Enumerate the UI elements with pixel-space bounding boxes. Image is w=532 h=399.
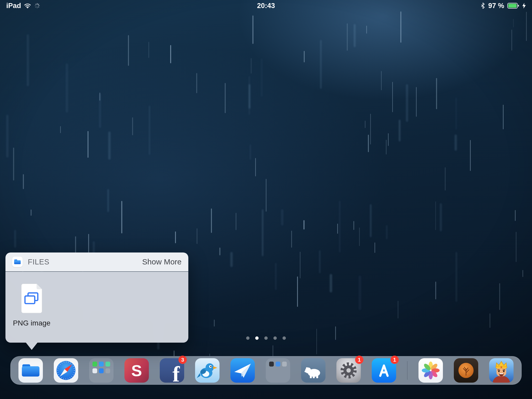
bear-app-icon[interactable]: [301, 358, 325, 383]
notification-badge: 1: [390, 356, 399, 364]
polar-bear-icon: [301, 358, 325, 383]
ipad-home-screen: 20:43 iPad: [0, 0, 532, 399]
twitterrific-app-icon[interactable]: [195, 358, 220, 383]
clash-royale-app-icon[interactable]: [489, 358, 514, 383]
page-dot: [255, 336, 259, 340]
page-dots: [246, 336, 286, 340]
bluebird-icon: [195, 358, 220, 383]
files-popup-header: FILES Show More: [5, 252, 188, 271]
spark-app-icon[interactable]: [230, 358, 255, 383]
page-dot: [264, 336, 268, 340]
settings-app-icon[interactable]: 1: [336, 358, 361, 383]
recent-file-item[interactable]: PNG image: [12, 283, 51, 327]
paper-plane-icon: [230, 358, 255, 383]
popup-title: FILES: [28, 258, 49, 266]
files-popup-body: PNG image: [5, 272, 188, 343]
notification-badge: 3: [178, 356, 187, 364]
clock: 20:43: [0, 2, 532, 10]
files-app-icon[interactable]: [18, 358, 43, 383]
folder-mini-icons: [89, 358, 114, 383]
app-folder-2-icon[interactable]: [266, 358, 290, 383]
file-name-label: PNG image: [12, 319, 51, 327]
slack-letter: S: [131, 361, 142, 380]
page-dot: [274, 336, 277, 340]
compass-icon: [54, 358, 78, 383]
folder-icon: [14, 258, 21, 266]
coin-app-icon[interactable]: [454, 358, 478, 383]
facebook-letter: f: [172, 362, 180, 383]
safari-app-icon[interactable]: [54, 358, 78, 383]
files-mini-app-icon: [12, 257, 23, 267]
status-bar: 20:43 iPad: [0, 0, 532, 11]
copper-coin-tree-icon: [454, 358, 478, 383]
facebook-app-icon[interactable]: f 3: [160, 358, 184, 383]
dock-divider: [407, 361, 408, 380]
page-dot: [246, 336, 250, 340]
notification-badge: 1: [355, 356, 363, 364]
folder-icon: [18, 358, 43, 383]
app-store-app-icon[interactable]: 1: [372, 358, 396, 383]
page-dot: [283, 336, 286, 340]
folder-mini-icons: [266, 358, 290, 383]
laughing-king-icon: [489, 358, 514, 383]
png-document-copy-icon: [19, 283, 44, 314]
slack-app-icon[interactable]: S: [124, 358, 149, 383]
pinwheel-flower-icon: [418, 358, 443, 383]
dock: S f 3: [10, 356, 522, 385]
app-folder-icon[interactable]: [89, 358, 114, 383]
show-more-button[interactable]: Show More: [142, 257, 182, 266]
files-widget-popup: FILES Show More PNG image: [5, 252, 188, 343]
photos-app-icon[interactable]: [418, 358, 443, 383]
